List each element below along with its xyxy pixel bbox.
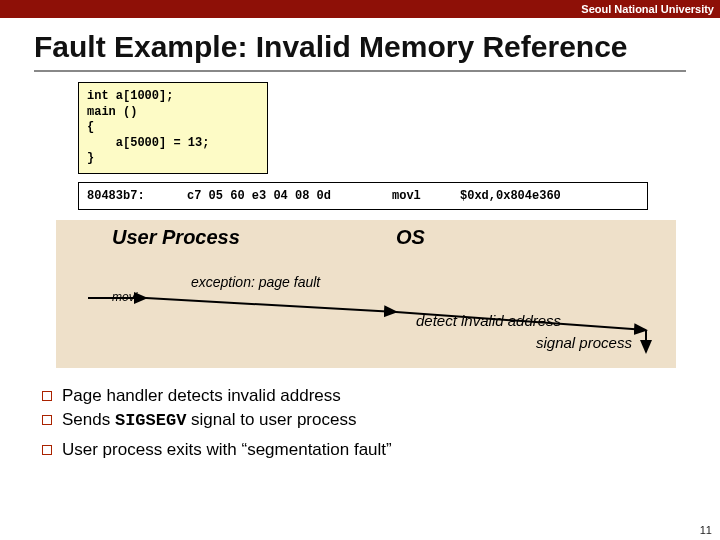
code-block: int a[1000]; main () { a[5000] = 13; } xyxy=(78,82,268,174)
arrows-svg xyxy=(56,220,676,368)
code-line: } xyxy=(87,151,259,167)
bullet-list: Page handler detects invalid address Sen… xyxy=(42,386,720,460)
asm-hexbytes: c7 05 60 e3 04 08 0d xyxy=(179,183,384,209)
list-item: Page handler detects invalid address xyxy=(42,386,720,406)
list-item: User process exits with “segmentation fa… xyxy=(42,440,720,460)
asm-operands: $0xd,0x804e360 xyxy=(452,183,647,209)
diagram: User Process OS movl exception: page fau… xyxy=(56,220,676,368)
code-line: int a[1000]; xyxy=(87,89,259,105)
bullet-icon xyxy=(42,391,52,401)
asm-opcode: movl xyxy=(384,183,452,209)
svg-line-1 xyxy=(146,298,396,312)
asm-address: 80483b7: xyxy=(79,183,179,209)
code-line: main () xyxy=(87,105,259,121)
slide-title: Fault Example: Invalid Memory Reference xyxy=(0,18,720,70)
asm-row: 80483b7: c7 05 60 e3 04 08 0d movl $0xd,… xyxy=(78,182,648,210)
code-line: a[5000] = 13; xyxy=(87,136,259,152)
bullet-icon xyxy=(42,445,52,455)
svg-line-2 xyxy=(396,312,646,330)
org-name: Seoul National University xyxy=(581,3,714,15)
header-bar: Seoul National University xyxy=(0,0,720,18)
page-number: 11 xyxy=(700,524,712,536)
list-item: Sends SIGSEGV signal to user process xyxy=(42,410,720,430)
bullet-icon xyxy=(42,415,52,425)
title-underline xyxy=(34,70,686,72)
code-line: { xyxy=(87,120,259,136)
